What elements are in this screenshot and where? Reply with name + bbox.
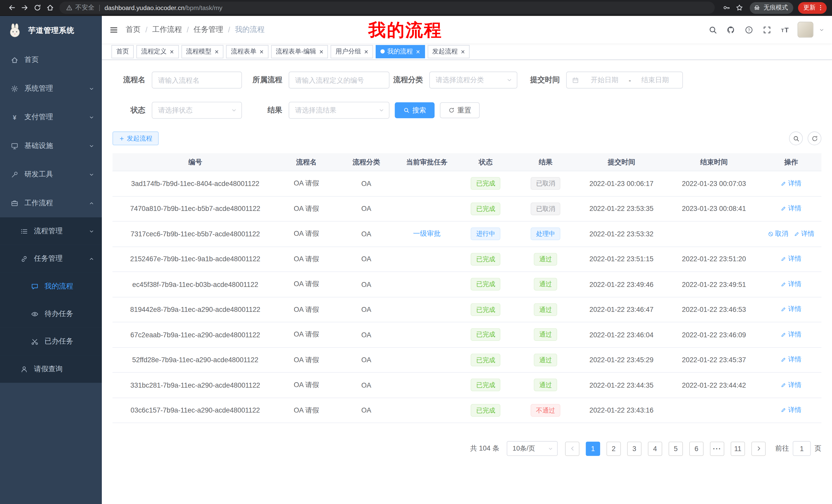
- edit-icon: [781, 357, 786, 363]
- sidebar-toggle-button[interactable]: [102, 16, 126, 44]
- app-logo-link[interactable]: 芋道管理系统: [0, 16, 102, 46]
- category-select[interactable]: 请选择流程分类: [430, 72, 518, 89]
- current-task-link[interactable]: 一级审批: [413, 229, 441, 239]
- tab-首页[interactable]: 首页: [111, 45, 134, 58]
- browser-home-button[interactable]: [44, 1, 56, 14]
- chevron-down-icon: [548, 446, 553, 452]
- close-icon[interactable]: ×: [170, 48, 174, 55]
- my-process-icon: [31, 282, 39, 290]
- sidebar-item-task-management[interactable]: 任务管理: [0, 245, 102, 272]
- avatar[interactable]: [798, 22, 813, 38]
- tab-流程模型[interactable]: 流程模型×: [181, 45, 224, 58]
- result-badge: 通过: [534, 303, 557, 316]
- sidebar-item-system-management[interactable]: 系统管理: [0, 74, 102, 103]
- tab-流程定义[interactable]: 流程定义×: [136, 45, 178, 58]
- page-button-2[interactable]: 2: [606, 441, 621, 456]
- tab-label: 流程表单-编辑: [276, 47, 316, 56]
- page-button-1[interactable]: 1: [586, 441, 600, 456]
- detail-link[interactable]: 详情: [781, 280, 801, 289]
- github-button[interactable]: [724, 23, 737, 36]
- detail-link[interactable]: 详情: [781, 330, 801, 339]
- cell-category: OA: [335, 230, 398, 238]
- submit-time-range-picker[interactable]: 开始日期 - 结束日期: [566, 72, 683, 89]
- search-button[interactable]: 搜索: [395, 102, 435, 118]
- tab-用户分组[interactable]: 用户分组×: [331, 45, 373, 58]
- status-badge: 已完成: [471, 379, 501, 391]
- sidebar-item-label: 任务管理: [34, 254, 62, 263]
- help-button[interactable]: ?: [742, 23, 755, 36]
- status-select[interactable]: 请选择状态: [152, 102, 242, 119]
- tab-我的流程[interactable]: 我的流程×: [375, 45, 425, 58]
- toggle-search-button[interactable]: [789, 132, 803, 145]
- infra-icon: [10, 142, 19, 150]
- sidebar-item-process-management[interactable]: 流程管理: [0, 217, 102, 245]
- page-size-select[interactable]: 10条/页: [507, 441, 558, 456]
- fullscreen-button[interactable]: [760, 23, 773, 36]
- chevron-up-icon: [89, 256, 95, 262]
- browser-forward-button[interactable]: [18, 1, 31, 14]
- sidebar-item-label: 首页: [24, 55, 39, 65]
- page-button-6[interactable]: 6: [689, 441, 704, 456]
- browser-back-button[interactable]: [5, 1, 18, 14]
- create-process-button[interactable]: 发起流程: [113, 132, 159, 145]
- page-button-11[interactable]: 11: [731, 441, 745, 456]
- jump-page-input[interactable]: [793, 441, 811, 456]
- sidebar-item-todo-tasks[interactable]: 待办任务: [0, 300, 102, 328]
- sidebar-item-dev-tools[interactable]: 研发工具: [0, 160, 102, 189]
- sidebar-item-infrastructure[interactable]: 基础设施: [0, 132, 102, 160]
- next-page-button[interactable]: [751, 441, 766, 456]
- pagination-ellipsis[interactable]: ···: [710, 441, 724, 456]
- process-name-input[interactable]: [152, 72, 242, 89]
- font-size-button[interactable]: TT: [779, 23, 791, 36]
- cancel-link[interactable]: 取消: [768, 229, 788, 239]
- bookmark-star-button[interactable]: [733, 1, 746, 14]
- filter-row-1: 流程名 所属流程 流程分类 请选择流程分类 提交时间 开始日期 - 结束日期: [113, 72, 822, 89]
- prev-page-button[interactable]: [565, 441, 579, 456]
- sidebar-item-leave-query[interactable]: 请假查询: [0, 355, 102, 383]
- password-key-button[interactable]: [720, 1, 733, 14]
- tab-发起流程[interactable]: 发起流程×: [427, 45, 470, 58]
- close-icon[interactable]: ×: [416, 48, 420, 55]
- breadcrumb-item[interactable]: 首页: [126, 25, 141, 34]
- header-search-button[interactable]: [706, 23, 719, 36]
- detail-link[interactable]: 详情: [781, 405, 801, 415]
- table-header: 编号流程名流程分类当前审批任务状态结果提交时间结束时间操作: [113, 153, 822, 171]
- sidebar-item-done-tasks[interactable]: 已办任务: [0, 328, 102, 355]
- detail-link[interactable]: 详情: [781, 255, 801, 263]
- sidebar-item-label: 系统管理: [24, 84, 53, 93]
- result-select[interactable]: 请选择流结果: [289, 102, 390, 119]
- detail-link[interactable]: 详情: [781, 381, 801, 389]
- refresh-table-button[interactable]: [808, 132, 822, 145]
- process-key-input[interactable]: [289, 72, 390, 89]
- page-button-5[interactable]: 5: [669, 441, 683, 456]
- sidebar-item-payment-management[interactable]: ¥支付管理: [0, 103, 102, 131]
- incognito-badge[interactable]: 无痕模式: [750, 2, 793, 13]
- sidebar-item-home[interactable]: 首页: [0, 46, 102, 74]
- page-button-4[interactable]: 4: [648, 441, 662, 456]
- cell-process-name: OA 请假: [278, 279, 335, 289]
- close-icon[interactable]: ×: [260, 48, 264, 55]
- breadcrumb-item[interactable]: 工作流程: [152, 25, 182, 34]
- close-icon[interactable]: ×: [364, 48, 368, 55]
- avatar-caret-icon[interactable]: [818, 27, 825, 33]
- close-icon[interactable]: ×: [461, 48, 465, 55]
- reset-button[interactable]: 重置: [440, 102, 480, 118]
- detail-link[interactable]: 详情: [781, 204, 801, 213]
- table-row: 819442e8-7b9a-11ec-a290-acde48001122OA 请…: [113, 297, 822, 323]
- browser-reload-button[interactable]: [31, 1, 44, 14]
- address-bar[interactable]: 不安全 dashboard.yudao.iocoder.cn/bpm/task/…: [59, 2, 715, 13]
- tab-流程表单-编辑[interactable]: 流程表单-编辑×: [271, 45, 328, 58]
- detail-link[interactable]: 详情: [794, 229, 814, 239]
- detail-link[interactable]: 详情: [781, 179, 801, 188]
- breadcrumb-separator: /: [145, 25, 147, 34]
- browser-update-button[interactable]: 更新: [798, 2, 827, 13]
- page-button-3[interactable]: 3: [627, 441, 642, 456]
- breadcrumb-item[interactable]: 任务管理: [193, 25, 224, 34]
- detail-link[interactable]: 详情: [781, 305, 801, 314]
- close-icon[interactable]: ×: [319, 48, 323, 55]
- detail-link[interactable]: 详情: [781, 355, 801, 364]
- sidebar-item-my-process[interactable]: 我的流程: [0, 273, 102, 300]
- sidebar-item-workflow[interactable]: 工作流程: [0, 189, 102, 217]
- tab-流程表单[interactable]: 流程表单×: [226, 45, 268, 58]
- close-icon[interactable]: ×: [215, 48, 219, 55]
